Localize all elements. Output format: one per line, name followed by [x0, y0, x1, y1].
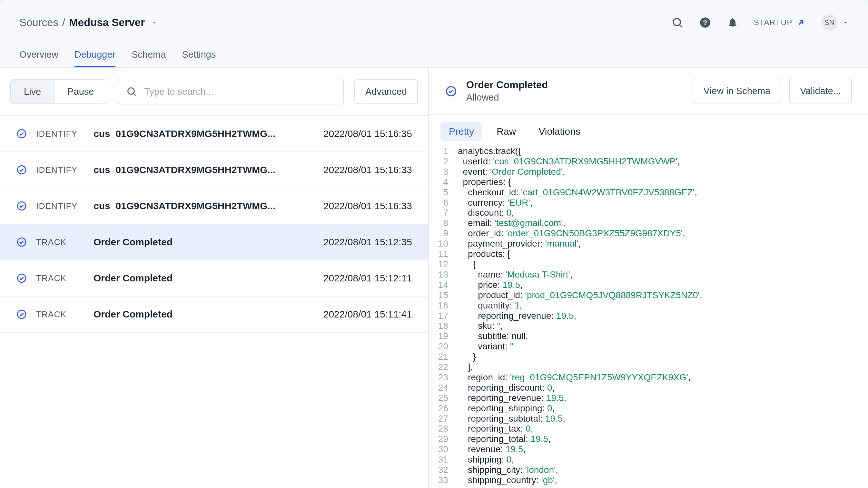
line-number: 1: [429, 146, 458, 156]
line-number: 7: [429, 207, 458, 218]
code-content: subtitle: null,: [458, 331, 528, 341]
line-number: 31: [429, 454, 458, 465]
line-number: 14: [429, 280, 458, 290]
line-number: 18: [429, 321, 458, 331]
event-type: TRACK: [36, 310, 85, 319]
arrow-up-icon: [797, 18, 805, 27]
code-line: 29 reporting_total: 19.5,: [429, 434, 868, 444]
tab-settings[interactable]: Settings: [182, 49, 216, 67]
event-name: Order Completed: [94, 236, 314, 248]
tab-overview[interactable]: Overview: [19, 49, 58, 67]
event-name: cus_01G9CN3ATDRX9MG5HH2TWMG...: [94, 128, 314, 139]
chevron-down-icon[interactable]: [151, 19, 158, 26]
subtab-raw[interactable]: Raw: [488, 122, 524, 141]
subtab-violations[interactable]: Violations: [530, 122, 589, 141]
check-circle-icon: [16, 309, 27, 320]
code-content: event: 'Order Completed',: [458, 167, 565, 177]
svg-line-5: [134, 94, 136, 95]
code-line: 2 userId: 'cus_01G9CN3ATDRX9MG5HH2TWMGVW…: [429, 156, 868, 167]
view-schema-button[interactable]: View in Schema: [692, 79, 781, 103]
code-content: products: [: [458, 249, 510, 259]
line-number: 26: [429, 403, 458, 414]
event-row[interactable]: TRACKOrder Completed2022/08/01 15:12:35: [0, 224, 428, 260]
code-content: variant: '': [458, 341, 514, 352]
event-row[interactable]: TRACKOrder Completed2022/08/01 15:12:11: [0, 260, 428, 297]
line-number: 27: [429, 414, 458, 424]
code-line: 1analytics.track({: [429, 146, 868, 156]
code-line: 27 reporting_subtotal: 19.5,: [429, 414, 868, 424]
live-button[interactable]: Live: [11, 80, 54, 103]
breadcrumb-current[interactable]: Medusa Server: [69, 17, 145, 29]
code-line: 26 reporting_shipping: 0,: [429, 403, 868, 414]
code-line: 9 order_id: 'order_01G9CN50BG3PXZ55Z9G98…: [429, 228, 868, 238]
user-menu[interactable]: SN: [821, 14, 849, 31]
code-content: reporting_shipping: 0,: [458, 403, 555, 414]
line-number: 3: [429, 167, 458, 177]
code-line: 30 revenue: 19.5,: [429, 444, 868, 454]
code-content: payment_provider: 'manual',: [458, 238, 581, 249]
code-viewer[interactable]: 1analytics.track({2 userId: 'cus_01G9CN3…: [429, 141, 868, 488]
svg-point-0: [673, 19, 680, 26]
search-icon[interactable]: [671, 17, 684, 29]
line-number: 8: [429, 218, 458, 228]
plan-badge[interactable]: STARTUP: [754, 18, 805, 27]
code-line: 11 products: [: [429, 249, 868, 259]
breadcrumb-root[interactable]: Sources: [19, 17, 58, 29]
event-row[interactable]: IDENTIFYcus_01G9CN3ATDRX9MG5HH2TWMG...20…: [0, 152, 428, 188]
tab-debugger[interactable]: Debugger: [74, 49, 116, 67]
avatar: SN: [821, 14, 838, 31]
event-row[interactable]: TRACKOrder Completed2022/08/01 15:11:41: [0, 297, 428, 333]
tab-schema[interactable]: Schema: [131, 49, 166, 67]
header: Sources / Medusa Server ? STARTUP: [0, 0, 868, 45]
validate-button[interactable]: Validate...: [789, 79, 852, 103]
code-line: 25 reporting_revenue: 19.5,: [429, 393, 868, 403]
line-number: 29: [429, 434, 458, 444]
line-number: 32: [429, 465, 458, 475]
code-content: order_id: 'order_01G9CN50BG3PXZ55Z9G987X…: [458, 228, 685, 238]
line-number: 28: [429, 424, 458, 434]
code-content: reporting_total: 19.5,: [458, 434, 551, 444]
check-circle-icon: [16, 128, 27, 139]
code-content: }: [458, 352, 476, 362]
code-line: 20 variant: '': [429, 341, 868, 352]
line-number: 16: [429, 300, 458, 311]
pause-button[interactable]: Pause: [54, 80, 107, 103]
code-content: reporting_discount: 0,: [458, 383, 555, 393]
event-name: cus_01G9CN3ATDRX9MG5HH2TWMG...: [94, 200, 314, 212]
line-number: 9: [429, 228, 458, 238]
detail-subtabs: PrettyRawViolations: [429, 115, 868, 141]
detail-subtitle: Allowed: [466, 92, 548, 103]
line-number: 30: [429, 444, 458, 454]
help-icon[interactable]: ?: [699, 17, 711, 29]
event-type: IDENTIFY: [36, 129, 85, 139]
bell-icon[interactable]: [727, 17, 738, 28]
line-number: 4: [429, 177, 458, 187]
event-list: IDENTIFYcus_01G9CN3ATDRX9MG5HH2TWMG...20…: [0, 116, 428, 488]
event-row[interactable]: IDENTIFYcus_01G9CN3ATDRX9MG5HH2TWMG...20…: [0, 188, 428, 224]
code-content: {: [458, 259, 476, 269]
svg-line-1: [680, 25, 682, 27]
advanced-button[interactable]: Advanced: [354, 79, 418, 104]
breadcrumb[interactable]: Sources / Medusa Server: [19, 17, 158, 29]
code-content: quantity: 1,: [458, 300, 522, 311]
event-row[interactable]: IDENTIFYcus_01G9CN3ATDRX9MG5HH2TWMG...20…: [0, 116, 428, 152]
code-content: region_id: 'reg_01G9CMQ5EPN1Z5W9YYXQEZK9…: [458, 372, 691, 383]
search-input[interactable]: [118, 79, 344, 104]
event-time: 2022/08/01 15:11:41: [323, 309, 412, 320]
line-number: 22: [429, 362, 458, 372]
line-number: 25: [429, 393, 458, 403]
line-number: 19: [429, 331, 458, 341]
subtab-pretty[interactable]: Pretty: [440, 122, 483, 141]
code-content: reporting_revenue: 19.5,: [458, 393, 566, 403]
check-circle-icon: [16, 273, 27, 284]
event-time: 2022/08/01 15:12:35: [323, 236, 412, 248]
line-number: 6: [429, 198, 458, 208]
code-line: 12 {: [429, 259, 868, 269]
code-content: ],: [458, 362, 473, 372]
search-icon: [126, 86, 137, 97]
code-line: 3 event: 'Order Completed',: [429, 167, 868, 177]
code-content: discount: 0,: [458, 207, 514, 218]
code-content: checkout_id: 'cart_01G9CN4W2W3TBV0FZJV53…: [458, 187, 697, 198]
code-line: 32 shipping_city: 'london',: [429, 465, 868, 475]
check-circle-icon: [16, 200, 27, 212]
